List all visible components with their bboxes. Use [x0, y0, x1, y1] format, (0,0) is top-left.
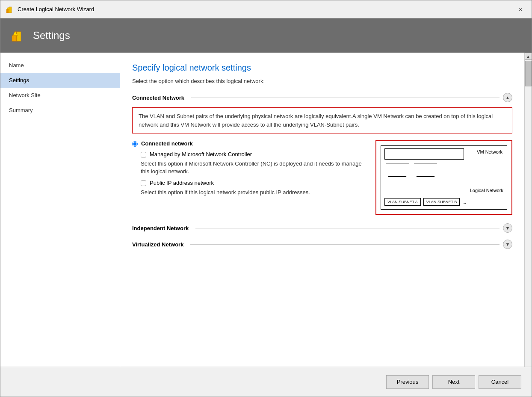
next-button[interactable]: Next: [432, 375, 475, 389]
header-banner: Settings: [0, 18, 532, 53]
virtualized-network-section-header: Virtualized Network ▼: [132, 240, 512, 249]
sidebar-item-summary[interactable]: Summary: [0, 103, 120, 118]
logical-network-label: Logical Network: [470, 188, 503, 193]
diagram-trapezoid-2: [413, 163, 438, 177]
connected-network-radio-option: Connected network: [132, 140, 369, 147]
managed-by-nc-label: Managed by Microsoft Network Controller: [150, 151, 252, 157]
public-ip-option: Public IP address network: [141, 180, 369, 186]
connected-network-title: Connected Network: [132, 95, 184, 101]
vm-network-label: VM Network: [477, 149, 502, 154]
connected-network-radio[interactable]: [132, 141, 138, 147]
virtualized-network-title: Virtualized Network: [132, 241, 183, 248]
sidebar-item-settings[interactable]: Settings: [0, 73, 120, 88]
managed-by-nc-option: Managed by Microsoft Network Controller: [141, 151, 369, 157]
virtualized-section-divider: [190, 244, 499, 245]
independent-network-title: Independent Network: [132, 225, 189, 231]
sidebar: Name Settings Network Site Summary: [0, 53, 120, 367]
scrollbar-track: ▲: [524, 53, 532, 367]
independent-network-section-header: Independent Network ▼: [132, 223, 512, 233]
diagram-trapezoid-1: [384, 163, 410, 177]
diagram-subnet-row: VLAN-SUBNET A VLAN-SUBNET B ...: [384, 198, 466, 206]
cancel-button[interactable]: Cancel: [479, 375, 521, 389]
section-divider: [191, 98, 499, 98]
scrollbar-thumb[interactable]: [525, 61, 532, 86]
connected-network-section-header: Connected Network ▲: [132, 93, 512, 102]
connected-network-options: Connected network Managed by Microsoft N…: [132, 140, 512, 215]
sidebar-item-network-site[interactable]: Network Site: [0, 88, 120, 103]
virtualized-network-toggle[interactable]: ▼: [503, 240, 512, 249]
content-inner: Specify logical network settings Select …: [120, 53, 524, 367]
title-bar: Create Logical Network Wizard ×: [0, 0, 532, 18]
content-area: Specify logical network settings Select …: [120, 53, 532, 367]
main-content: Name Settings Network Site Summary Speci…: [0, 53, 532, 367]
public-ip-label: Public IP address network: [150, 180, 214, 186]
svg-rect-2: [9, 7, 12, 13]
dialog-footer: Previous Next Cancel: [0, 367, 532, 397]
scrollbar-up-button[interactable]: ▲: [525, 53, 532, 60]
connected-network-description: The VLAN and Subnet pairs of the underly…: [132, 107, 512, 133]
managed-by-nc-checkbox[interactable]: [141, 152, 146, 157]
independent-network-toggle[interactable]: ▼: [503, 223, 512, 233]
header-title: Settings: [33, 30, 70, 41]
previous-button[interactable]: Previous: [386, 375, 429, 389]
page-title: Specify logical network settings: [132, 63, 512, 73]
sidebar-item-name[interactable]: Name: [0, 58, 120, 73]
wizard-title-icon: [6, 5, 14, 14]
connected-network-toggle[interactable]: ▲: [503, 93, 512, 102]
network-diagram: VM Network Logical Network: [375, 140, 512, 215]
header-icon: [11, 28, 26, 43]
title-bar-text: Create Logical Network Wizard: [18, 6, 514, 12]
independent-section-divider: [195, 228, 499, 228]
public-ip-description: Select this option if this logical netwo…: [141, 189, 369, 196]
connected-network-radio-label: Connected network: [141, 140, 193, 147]
public-ip-checkbox[interactable]: [141, 181, 146, 186]
subnet-a-box: VLAN-SUBNET A: [384, 198, 421, 206]
diagram-top-bar: [384, 148, 464, 160]
connected-network-left: Connected network Managed by Microsoft N…: [132, 140, 369, 215]
managed-by-nc-description: Select this option if Microsoft Network …: [141, 160, 369, 175]
diagram-trapezoids: [384, 163, 438, 177]
svg-rect-6: [17, 32, 21, 41]
page-subtitle: Select the option which describes this l…: [132, 78, 512, 84]
close-button[interactable]: ×: [514, 3, 526, 15]
subnet-b-box: VLAN-SUBNET B: [423, 198, 460, 206]
subnet-dots: ...: [462, 199, 466, 204]
dialog-window: Create Logical Network Wizard × Settings…: [0, 0, 532, 397]
diagram-inner: VM Network Logical Network: [381, 145, 507, 210]
